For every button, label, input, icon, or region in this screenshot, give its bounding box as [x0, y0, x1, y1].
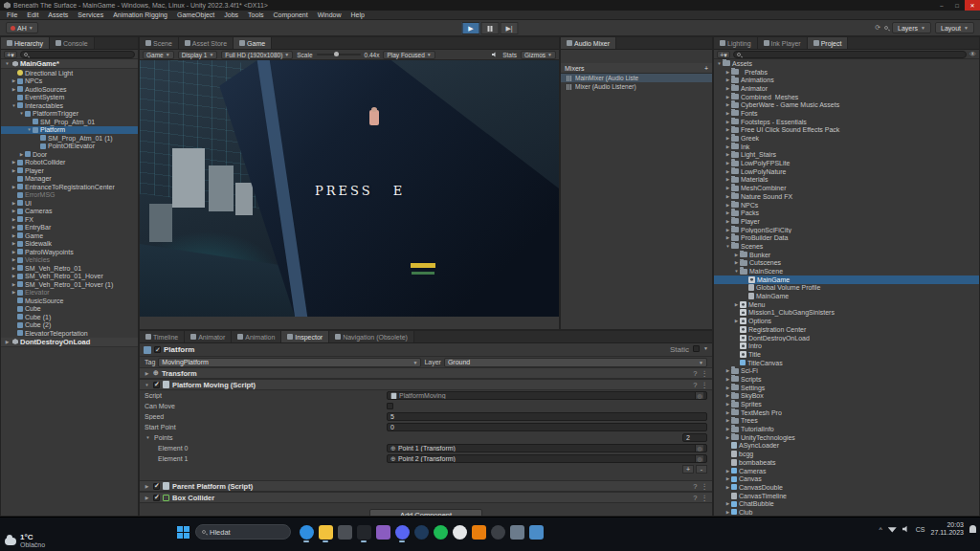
create-asset-button[interactable]: +▾	[717, 51, 730, 58]
project-item[interactable]: ▶Settings	[714, 384, 979, 392]
taskbar-app-unity-editor[interactable]	[354, 520, 373, 543]
project-item[interactable]: Registration Center	[714, 325, 979, 334]
menu-gameobject[interactable]: GameObject	[172, 11, 219, 18]
foldout-collapsed-icon[interactable]: ▶	[11, 225, 17, 230]
project-item[interactable]: ▶Animations	[714, 76, 979, 84]
project-item[interactable]: ▶Packs	[714, 209, 979, 217]
tab-animation[interactable]: Animation	[232, 331, 281, 342]
foldout-collapsed-icon[interactable]: ▶	[724, 418, 731, 423]
foldout-collapsed-icon[interactable]: ▶	[724, 127, 731, 132]
project-item[interactable]: DontDestroyOnLoad	[714, 334, 979, 342]
speed-field[interactable]: 5	[387, 412, 707, 421]
hierarchy-search-input[interactable]	[20, 51, 135, 58]
tab-audio-mixer[interactable]: Audio Mixer	[561, 37, 616, 49]
foldout-collapsed-icon[interactable]: ▶	[144, 371, 150, 376]
hierarchy-item[interactable]: Cube (2)	[1, 321, 138, 330]
menu-window[interactable]: Window	[313, 11, 346, 18]
foldout-collapsed-icon[interactable]: ▶	[724, 186, 731, 190]
foldout-collapsed-icon[interactable]: ▶	[11, 87, 17, 92]
scene-header[interactable]: ▼ MainGame*	[1, 59, 138, 69]
foldout-expanded-icon[interactable]: ▼	[144, 383, 150, 387]
hidden-packages-icon[interactable]: 👁	[969, 51, 976, 57]
mixer-item[interactable]: MainMixer (Audio Liste	[561, 74, 712, 82]
project-item[interactable]: ▶Menu	[714, 300, 979, 309]
project-item[interactable]: ▼Scenes	[714, 242, 979, 251]
help-icon[interactable]: ?	[693, 494, 697, 502]
component-enabled-checkbox[interactable]	[153, 382, 160, 388]
hierarchy-item[interactable]: ▶Sidewalk	[1, 240, 138, 249]
menu-jobs[interactable]: Jobs	[219, 11, 243, 18]
foldout-collapsed-icon[interactable]: ▶	[724, 120, 731, 124]
tab-project[interactable]: Project	[808, 37, 849, 49]
display-dropdown[interactable]: Display 1▼	[178, 51, 218, 59]
layer-dropdown[interactable]: Ground▼	[444, 358, 707, 367]
tag-dropdown[interactable]: MovingPlatform▼	[158, 358, 421, 367]
hierarchy-item[interactable]: ▶NPCs	[1, 77, 138, 86]
foldout-collapsed-icon[interactable]: ▶	[11, 160, 17, 165]
foldout-collapsed-icon[interactable]: ▶	[724, 386, 731, 390]
foldout-collapsed-icon[interactable]: ▶	[724, 111, 731, 116]
account-button[interactable]: AH ▼	[6, 22, 38, 33]
foldout-expanded-icon[interactable]: ▼	[145, 435, 151, 440]
foldout-collapsed-icon[interactable]: ▶	[144, 484, 150, 489]
tab-lighting[interactable]: Lighting	[714, 37, 758, 49]
project-item[interactable]: ▶TextMesh Pro	[714, 408, 979, 417]
menu-help[interactable]: Help	[346, 11, 369, 18]
project-item[interactable]: bcgg	[714, 450, 979, 458]
foldout-collapsed-icon[interactable]: ▶	[733, 302, 740, 307]
hierarchy-item[interactable]: ▶SM_Veh_Retro_01	[1, 264, 138, 273]
project-item[interactable]: ▶ProBuilder Data	[714, 233, 979, 242]
hierarchy-item[interactable]: ▶AudioSources	[1, 85, 138, 94]
project-item[interactable]: Mission1_ClubGangSinisters	[714, 309, 979, 318]
project-item[interactable]: MainGame	[714, 276, 979, 284]
kebab-menu-icon[interactable]: ⋮	[702, 381, 709, 389]
game-viewport[interactable]: PRESS E	[140, 60, 559, 317]
help-icon[interactable]: ?	[693, 482, 697, 491]
foldout-collapsed-icon[interactable]: ▶	[733, 319, 740, 323]
kebab-menu-icon[interactable]: ⋮	[702, 369, 709, 378]
project-item[interactable]: bombabeats	[714, 458, 979, 467]
foldout-collapsed-icon[interactable]: ▶	[11, 217, 17, 222]
menu-component[interactable]: Component	[268, 11, 312, 18]
hierarchy-item[interactable]: ▶Door	[1, 150, 138, 159]
taskbar-app-notepad[interactable]	[526, 520, 546, 543]
project-item[interactable]: ▶TutorialInfo	[714, 425, 979, 433]
foldout-collapsed-icon[interactable]: ▶	[11, 250, 17, 254]
volume-icon[interactable]	[902, 525, 910, 533]
remove-element-button[interactable]: -	[696, 465, 707, 474]
box-collider-component-header[interactable]: ▶ Box Collider ?⋮	[140, 492, 712, 503]
menu-services[interactable]: Services	[73, 11, 108, 18]
menu-file[interactable]: File	[2, 11, 22, 18]
search-icon[interactable]	[884, 26, 888, 30]
mixer-item[interactable]: Mixer (Audio Listener)	[561, 82, 712, 91]
clock[interactable]: 20:03 27.11.2023	[930, 521, 964, 537]
foldout-collapsed-icon[interactable]: ▶	[11, 274, 17, 278]
taskbar-app-discord[interactable]	[392, 520, 412, 543]
foldout-collapsed-icon[interactable]: ▶	[724, 510, 731, 515]
project-item[interactable]: ▶CanvasDouble	[714, 483, 979, 492]
project-item[interactable]: ▶Free UI Click Sound Effects Pack	[714, 126, 979, 135]
foldout-collapsed-icon[interactable]: ▶	[724, 177, 731, 182]
foldout-collapsed-icon[interactable]: ▶	[724, 469, 731, 474]
project-item[interactable]: MainGame	[714, 292, 979, 300]
tab-ink-player[interactable]: Ink Player	[758, 37, 808, 49]
project-item[interactable]: ▶Animator	[714, 84, 979, 93]
tab-navigation[interactable]: Navigation (Obsolete)	[329, 331, 414, 342]
kebab-menu-icon[interactable]: ⋮	[702, 482, 709, 491]
project-item[interactable]: Title	[714, 350, 979, 359]
tab-timeline[interactable]: Timeline	[140, 331, 185, 342]
help-icon[interactable]: ?	[693, 381, 697, 389]
foldout-collapsed-icon[interactable]: ▶	[11, 233, 17, 238]
add-element-button[interactable]: +	[682, 465, 694, 474]
foldout-expanded-icon[interactable]: ▼	[4, 61, 11, 66]
project-item[interactable]: TitleCanvas	[714, 359, 979, 367]
project-item[interactable]: ▶Sci-Fi	[714, 366, 979, 375]
project-item[interactable]: ▶UnityTechnologies	[714, 433, 979, 442]
foldout-collapsed-icon[interactable]: ▶	[724, 368, 731, 373]
add-component-button[interactable]: Add Component	[369, 509, 482, 517]
hierarchy-item[interactable]: ▶RobotCollider	[1, 159, 138, 167]
hierarchy-item[interactable]: ▶Elevator	[1, 289, 138, 298]
layout-dropdown[interactable]: Layout ▼	[935, 22, 974, 33]
platform-moving-component-header[interactable]: ▼ Platform Moving (Script) ?⋮	[140, 379, 712, 390]
foldout-collapsed-icon[interactable]: ▶	[11, 266, 17, 271]
